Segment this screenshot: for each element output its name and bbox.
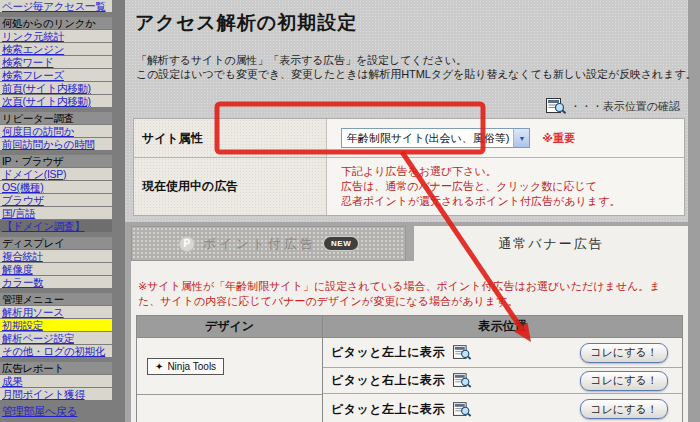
select-this-button[interactable]: コレにする！ <box>580 371 668 391</box>
ninja-tools-badge: ✦ Ninja Tools <box>147 358 224 375</box>
tab-panel-normal-banner: ※サイト属性が「年齢制限サイト」に設定されている場合、ポイント付広告はお選びいた… <box>131 261 688 422</box>
sidebar-item-browser[interactable]: ブラウザ <box>0 194 112 206</box>
tab-band: P ポイント付広告 NEW 通常バナー広告 ※サイト属性が「年齢制限サイト」に設… <box>125 222 688 422</box>
point-bag-icon: P <box>179 236 195 252</box>
position-label: ピタッと左上に表示 <box>331 344 445 361</box>
design-cell-second <box>137 395 322 422</box>
sidebar-section-header-link-origin: 何処からのリンクか <box>0 17 112 29</box>
sidebar-section-header-ip-browser: IP・ブラウザ <box>0 155 112 167</box>
position-label: ピタッと左上に表示 <box>331 401 445 418</box>
sidebar-item-initial-settings[interactable]: 初期設定 <box>0 319 112 331</box>
current-ad-label: 現在使用中の広告 <box>134 158 327 215</box>
design-cell-ninja-tools: ✦ Ninja Tools <box>137 338 322 395</box>
current-ad-description-line2: 広告は、通常のバナー広告と、クリック数に応じて <box>341 179 678 194</box>
position-preview-icon[interactable] <box>453 373 472 388</box>
sidebar-item-search-engine[interactable]: 検索エンジン <box>0 43 112 55</box>
age-restriction-note: ※サイト属性が「年齢制限サイト」に設定されている場合、ポイント付広告はお選びいた… <box>138 279 680 308</box>
position-preview-icon[interactable] <box>453 402 472 417</box>
table-row: ピタッと右上に表示 <box>323 368 682 394</box>
sidebar-item-log-initialization[interactable]: その他・ログの初期化 <box>0 345 112 357</box>
sidebar-item-country-language[interactable]: 国/言語 <box>0 207 112 219</box>
position-column-header: 表示位置 <box>323 316 682 337</box>
table-row: ピタッと左上に表示 <box>323 338 682 368</box>
important-note: ※重要 <box>542 131 575 146</box>
current-ad-description-line1: 下記より広告をお選び下さい。 <box>341 164 678 179</box>
sidebar-item-visit-count[interactable]: 何度目の訪問か <box>0 125 112 137</box>
tab-point-ads-label: ポイント付広告 <box>203 235 316 253</box>
settings-table: サイト属性 年齢制限サイト(出会い、風俗等) ▼ ※重要 現在使用中の広告 下記… <box>133 118 685 216</box>
intro-text-line1: 「解析するサイトの属性」「表示する広告」を設定してください。 <box>136 53 696 67</box>
position-label: ピタッと右上に表示 <box>331 372 445 389</box>
sidebar-item-domain-isp[interactable]: ドメイン(ISP) <box>0 168 112 180</box>
position-preview-icon <box>546 98 567 114</box>
table-row: ピタッと左上に表示 <box>323 394 682 422</box>
sidebar-item-next-page[interactable]: 次頁(サイト内移動) <box>0 95 112 107</box>
sidebar-item-time-since-last-visit[interactable]: 前回訪問からの時間 <box>0 138 112 150</box>
site-attribute-selected-value: 年齢制限サイト(出会い、風俗等) <box>342 129 513 147</box>
sidebar-item-search-word[interactable]: 検索ワード <box>0 56 112 68</box>
site-attribute-label: サイト属性 <box>134 119 327 157</box>
page: ページ毎アクセス一覧 何処からのリンクか リンク元統計 検索エンジン 検索ワード… <box>0 0 700 422</box>
position-check-legend: ・・・表示位置の確認 <box>538 98 680 114</box>
position-check-label: ・・・表示位置の確認 <box>570 99 680 114</box>
main-content: アクセス解析の初期設定 「解析するサイトの属性」「表示する広告」を設定してくださ… <box>125 0 688 422</box>
sidebar-item-search-phrase[interactable]: 検索フレーズ <box>0 69 112 81</box>
sidebar-item-monthly-points[interactable]: 月間ポイント獲得 <box>0 388 112 400</box>
tab-normal-banner-ads[interactable]: 通常バナー広告 <box>414 226 688 262</box>
current-ad-description-line3: 忍者ポイントが還元されるポイント付広告があります。 <box>341 194 678 209</box>
shuriken-icon: ✦ <box>155 361 163 372</box>
sidebar-section-header-display: ディスプレイ <box>0 237 112 249</box>
chevron-down-icon: ▼ <box>513 129 529 147</box>
sidebar-section-header-admin-menu: 管理メニュー <box>0 293 112 305</box>
position-column: ピタッと左上に表示 <box>323 338 682 422</box>
position-preview-icon[interactable] <box>453 345 472 360</box>
tab-point-ads[interactable]: P ポイント付広告 NEW <box>131 226 406 261</box>
sidebar-item-analysis-page-settings[interactable]: 解析ページ設定 <box>0 332 112 344</box>
sidebar-item-page-access-list[interactable]: ページ毎アクセス一覧 <box>0 0 112 12</box>
sidebar-section-header-repeater: リピーター調査 <box>0 112 112 124</box>
site-attribute-select[interactable]: 年齢制限サイト(出会い、風俗等) ▼ <box>341 128 530 148</box>
new-badge: NEW <box>324 237 358 250</box>
select-this-button[interactable]: コレにする！ <box>580 399 668 419</box>
sidebar-item-color-depth[interactable]: カラー数 <box>0 276 112 288</box>
intro-text-line2: この設定はいつでも変更でき、変更したときは解析用HTMLタグを貼り替えなくても新… <box>136 67 696 81</box>
sidebar-item-prev-page[interactable]: 前頁(サイト内移動) <box>0 82 112 94</box>
sidebar-item-domain-research[interactable]: 【ドメイン調査】 <box>0 220 112 232</box>
sidebar: ページ毎アクセス一覧 何処からのリンクか リンク元統計 検索エンジン 検索ワード… <box>0 0 125 422</box>
page-title: アクセス解析の初期設定 <box>135 10 357 36</box>
ad-design-table: デザイン 表示位置 ✦ Ninja Tools <box>136 315 683 422</box>
sidebar-section-header-ad-report: 広告レポート <box>0 362 112 374</box>
intro-text: 「解析するサイトの属性」「表示する広告」を設定してください。 この設定はいつでも… <box>136 53 696 81</box>
select-this-button[interactable]: コレにする！ <box>580 343 668 363</box>
tab-normal-banner-ads-label: 通常バナー広告 <box>498 235 604 253</box>
sidebar-item-analysis-source[interactable]: 解析用ソース <box>0 306 112 318</box>
sidebar-item-back-to-admin[interactable]: 管理部屋へ戻る <box>0 405 112 417</box>
sidebar-item-results[interactable]: 成果 <box>0 375 112 387</box>
sidebar-item-link-source-stats[interactable]: リンク元統計 <box>0 30 112 42</box>
sidebar-item-composite-stats[interactable]: 複合統計 <box>0 250 112 262</box>
ninja-tools-badge-label: Ninja Tools <box>167 361 216 372</box>
design-column: ✦ Ninja Tools <box>137 338 323 422</box>
sidebar-item-os[interactable]: OS(機種) <box>0 181 112 193</box>
design-column-header: デザイン <box>137 316 323 337</box>
sidebar-item-resolution[interactable]: 解像度 <box>0 263 112 275</box>
